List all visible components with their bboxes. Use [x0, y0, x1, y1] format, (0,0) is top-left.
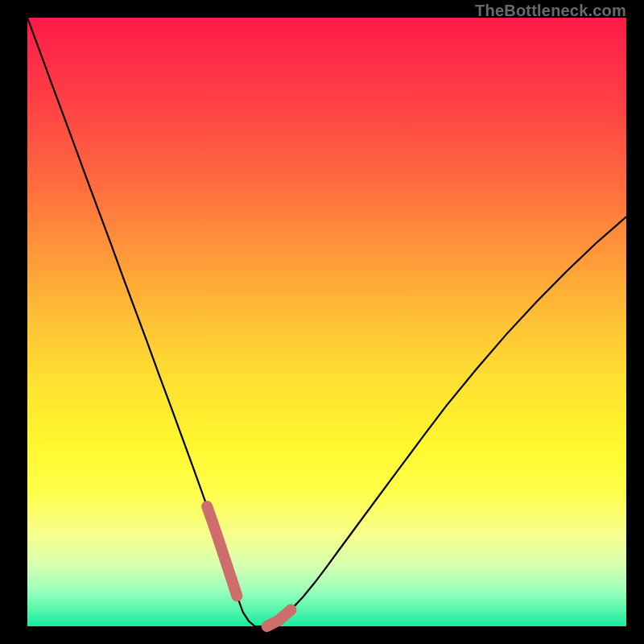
bottleneck-curve	[27, 18, 626, 626]
highlight-left	[207, 506, 237, 596]
curve-layer	[27, 18, 626, 626]
chart-frame: TheBottleneck.com	[0, 0, 644, 644]
watermark-text: TheBottleneck.com	[475, 2, 626, 20]
highlight-right	[267, 610, 291, 626]
